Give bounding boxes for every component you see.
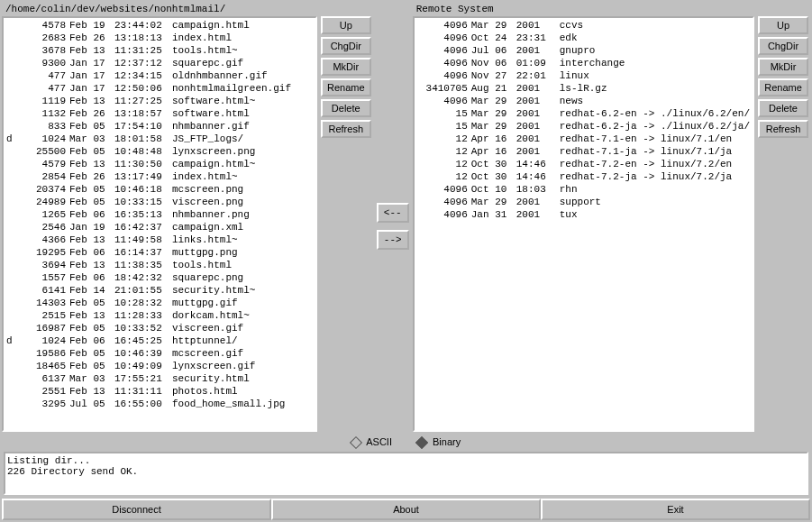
file-row[interactable]: 15Mar 292001redhat-6.2-ja -> ./linux/6.2… <box>415 120 752 133</box>
top-area: /home/colin/dev/websites/nonhtmlmail/ 45… <box>0 0 812 434</box>
file-row[interactable]: 1557Feb 0618:42:32squarepc.png <box>5 271 315 284</box>
file-row[interactable]: 19295Feb 0616:14:37muttgpg.png <box>5 246 315 259</box>
app-root: /home/colin/dev/websites/nonhtmlmail/ 45… <box>0 0 812 522</box>
local-file-list[interactable]: 4578Feb 1923:44:02campaign.html2683Feb 2… <box>2 16 317 432</box>
local-buttons: Up ChgDir MkDir Rename Delete Refresh <box>319 16 373 432</box>
file-row[interactable]: 2515Feb 1311:28:33dorkcam.html~ <box>5 309 315 322</box>
remote-rename-button[interactable]: Rename <box>758 78 808 96</box>
disconnect-button[interactable]: Disconnect <box>2 499 271 520</box>
file-row[interactable]: d1024Mar 0318:01:58JS_FTP_logs/ <box>5 133 315 145</box>
transfer-left-button[interactable]: <-- <box>377 203 409 223</box>
binary-label: Binary <box>433 436 461 447</box>
about-button[interactable]: About <box>271 499 541 520</box>
local-mkdir-button[interactable]: MkDir <box>321 58 371 76</box>
diamond-icon <box>415 436 428 449</box>
file-row[interactable]: 4096Mar 292001news <box>415 95 752 107</box>
file-row[interactable]: 3410705Aug 212001ls-lR.gz <box>415 82 752 95</box>
file-row[interactable]: 19586Feb 0510:46:39mcscreen.gif <box>5 347 315 360</box>
ascii-label: ASCII <box>366 436 392 447</box>
remote-delete-button[interactable]: Delete <box>758 99 808 117</box>
local-refresh-button[interactable]: Refresh <box>321 120 371 138</box>
file-row[interactable]: 477Jan 1712:34:15oldnhmbanner.gif <box>5 69 315 82</box>
local-panel: /home/colin/dev/websites/nonhtmlmail/ 45… <box>2 2 373 432</box>
file-row[interactable]: 12Apr 162001redhat-7.1-en -> linux/7.1/e… <box>415 133 752 145</box>
local-up-button[interactable]: Up <box>321 16 371 34</box>
file-row[interactable]: 3694Feb 1311:38:35tools.html <box>5 259 315 271</box>
remote-panel-row: 4096Mar 292001ccvs4096Oct 2423:31edk4096… <box>413 16 810 432</box>
file-row[interactable]: 2551Feb 1311:31:11photos.html <box>5 385 315 398</box>
file-row[interactable]: 4096Mar 292001ccvs <box>415 19 752 32</box>
remote-buttons: Up ChgDir MkDir Rename Delete Refresh <box>756 16 810 432</box>
file-row[interactable]: 4096Oct 1018:03rhn <box>415 183 752 196</box>
file-row[interactable]: 12Apr 162001redhat-7.1-ja -> linux/7.1/j… <box>415 145 752 158</box>
file-row[interactable]: 2854Feb 2613:17:49index.html~ <box>5 170 315 183</box>
remote-path: Remote System <box>413 2 810 16</box>
ascii-radio[interactable]: ASCII <box>351 436 392 447</box>
file-row[interactable]: 2546Jan 1916:42:37campaign.xml <box>5 221 315 234</box>
local-rename-button[interactable]: Rename <box>321 78 371 96</box>
file-row[interactable]: 833Feb 0517:54:10nhmbanner.gif <box>5 120 315 133</box>
file-row[interactable]: 4096Jan 312001tux <box>415 208 752 221</box>
file-row[interactable]: d1024Feb 0616:45:25httptunnel/ <box>5 334 315 347</box>
file-row[interactable]: 16987Feb 0510:33:52viscreen.gif <box>5 322 315 334</box>
binary-radio[interactable]: Binary <box>417 436 461 447</box>
file-row[interactable]: 3678Feb 1311:31:25tools.html~ <box>5 44 315 57</box>
transfer-mode-row: ASCII Binary <box>0 434 812 450</box>
remote-up-button[interactable]: Up <box>758 16 808 34</box>
file-row[interactable]: 1132Feb 2613:18:57software.html <box>5 107 315 120</box>
log-output[interactable]: Listing dir... 226 Directory send OK. <box>4 452 808 495</box>
file-row[interactable]: 12Oct 3014:46redhat-7.2-ja -> linux/7.2/… <box>415 170 752 183</box>
file-row[interactable]: 15Mar 292001redhat-6.2-en -> ./linux/6.2… <box>415 107 752 120</box>
local-delete-button[interactable]: Delete <box>321 99 371 117</box>
remote-file-list[interactable]: 4096Mar 292001ccvs4096Oct 2423:31edk4096… <box>413 16 754 432</box>
local-panel-row: 4578Feb 1923:44:02campaign.html2683Feb 2… <box>2 16 373 432</box>
remote-chgdir-button[interactable]: ChgDir <box>758 37 808 55</box>
file-row[interactable]: 4096Nov 0601:09interchange <box>415 57 752 69</box>
file-row[interactable]: 24989Feb 0510:33:15viscreen.png <box>5 196 315 208</box>
remote-refresh-button[interactable]: Refresh <box>758 120 808 138</box>
file-row[interactable]: 477Jan 1712:50:06nonhtmlmailgreen.gif <box>5 82 315 95</box>
remote-mkdir-button[interactable]: MkDir <box>758 58 808 76</box>
file-row[interactable]: 6141Feb 1421:01:55security.html~ <box>5 284 315 297</box>
file-row[interactable]: 9300Jan 1712:37:12squarepc.gif <box>5 57 315 69</box>
file-row[interactable]: 2683Feb 2613:18:13index.html <box>5 32 315 44</box>
local-path: /home/colin/dev/websites/nonhtmlmail/ <box>2 2 373 16</box>
file-row[interactable]: 6137Mar 0317:55:21security.html <box>5 372 315 385</box>
file-row[interactable]: 20374Feb 0510:46:18mcscreen.png <box>5 183 315 196</box>
file-row[interactable]: 4096Nov 2722:01linux <box>415 69 752 82</box>
transfer-buttons: <-- --> <box>375 2 411 432</box>
file-row[interactable]: 4579Feb 1311:30:50campaign.html~ <box>5 158 315 170</box>
file-row[interactable]: 1119Feb 1311:27:25software.html~ <box>5 95 315 107</box>
exit-button[interactable]: Exit <box>541 499 810 520</box>
file-row[interactable]: 4096Mar 292001support <box>415 196 752 208</box>
file-row[interactable]: 14303Feb 0510:28:32muttgpg.gif <box>5 297 315 309</box>
diamond-icon <box>350 436 362 449</box>
remote-panel: Remote System 4096Mar 292001ccvs4096Oct … <box>413 2 810 432</box>
transfer-right-button[interactable]: --> <box>377 230 409 250</box>
local-chgdir-button[interactable]: ChgDir <box>321 37 371 55</box>
file-row[interactable]: 4096Jul 062001gnupro <box>415 44 752 57</box>
file-row[interactable]: 25500Feb 0510:48:48lynxscreen.png <box>5 145 315 158</box>
file-row[interactable]: 4366Feb 1311:49:58links.html~ <box>5 234 315 246</box>
file-row[interactable]: 18465Feb 0510:49:09lynxscreen.gif <box>5 360 315 372</box>
file-row[interactable]: 1265Feb 0616:35:13nhmbanner.png <box>5 208 315 221</box>
file-row[interactable]: 12Oct 3014:46redhat-7.2-en -> linux/7.2/… <box>415 158 752 170</box>
file-row[interactable]: 4578Feb 1923:44:02campaign.html <box>5 19 315 32</box>
file-row[interactable]: 3295Jul 0516:55:00food_home_small.jpg <box>5 398 315 410</box>
bottom-buttons: Disconnect About Exit <box>0 497 812 522</box>
file-row[interactable]: 4096Oct 2423:31edk <box>415 32 752 44</box>
